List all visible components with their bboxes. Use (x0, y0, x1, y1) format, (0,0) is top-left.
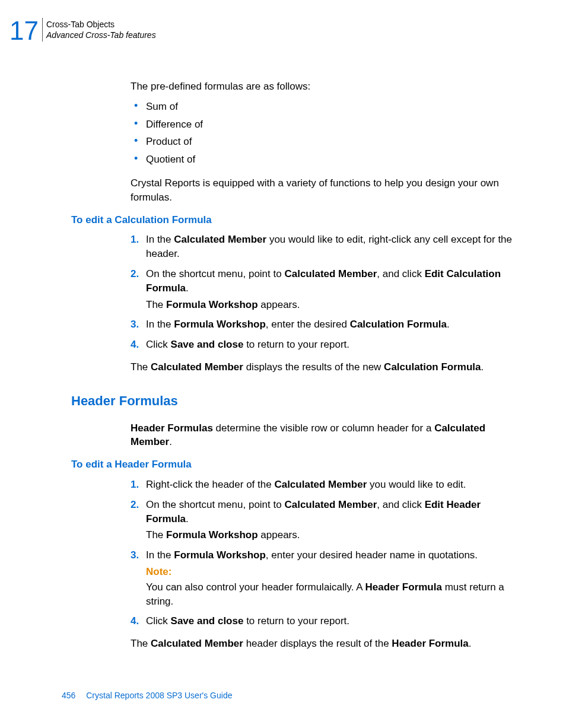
steps-edit-calc-formula: In the Calculated Member you would like … (131, 233, 519, 352)
step-item: In the Formula Workshop, enter your desi… (131, 548, 519, 608)
step-text: On the shortcut menu, point to (146, 499, 284, 510)
step-text: . (186, 282, 189, 294)
bold-term: Formula Workshop (166, 299, 258, 310)
text: displays the results of the new (243, 361, 384, 373)
text: The (131, 361, 151, 373)
text: The (131, 638, 151, 649)
bold-term: Header Formulas (131, 422, 213, 434)
text: header displays the result of the (243, 638, 392, 649)
intro-paragraph: The pre-defined formulas are as follows: (131, 80, 519, 94)
bold-term: Header Formula (365, 581, 442, 593)
bold-term: Calculated Member (151, 638, 243, 649)
subheading-edit-header-formula: To edit a Header Formula (71, 457, 519, 472)
bold-term: Header Formula (392, 638, 468, 649)
step-result: The Formula Workshop appears. (146, 298, 519, 312)
step-item: On the shortcut menu, point to Calculate… (131, 267, 519, 311)
step-text: , enter your desired header name in quot… (266, 549, 478, 561)
note-block: Note: You can also control your header f… (146, 565, 519, 608)
result-paragraph: The Calculated Member displays the resul… (131, 360, 519, 374)
heading-header-formulas: Header Formulas (71, 392, 519, 411)
step-text: The (146, 299, 166, 310)
page-number: 456 (62, 691, 75, 700)
step-text: Right-click the header of the (146, 479, 274, 490)
step-item: Click Save and close to return to your r… (131, 614, 519, 628)
chapter-title: Cross-Tab Objects (46, 19, 156, 30)
step-item: On the shortcut menu, point to Calculate… (131, 498, 519, 542)
step-item: Click Save and close to return to your r… (131, 338, 519, 352)
step-text: In the (146, 319, 174, 330)
step-result: The Formula Workshop appears. (146, 528, 519, 542)
step-text: , and click (377, 499, 424, 510)
formula-bullet-list: Sum of Difference of Product of Quotient… (131, 100, 519, 167)
header-formulas-intro: Header Formulas determine the visible ro… (131, 421, 519, 450)
step-text: , and click (377, 268, 424, 279)
header-divider (42, 18, 43, 42)
step-item: In the Calculated Member you would like … (131, 233, 519, 261)
bullet-item: Quotient of (131, 152, 519, 167)
bold-term: Calculation Formula (350, 319, 447, 330)
step-text: Click (146, 339, 171, 350)
bold-term: Save and close (171, 339, 244, 350)
step-text: The (146, 529, 166, 541)
bold-term: Formula Workshop (174, 549, 266, 561)
bold-term: Calculated Member (284, 499, 377, 510)
step-text: . (447, 319, 450, 330)
header-titles: Cross-Tab Objects Advanced Cross-Tab fea… (46, 18, 156, 40)
bold-term: Calculated Member (284, 268, 377, 279)
bold-term: Calculated Member (151, 361, 243, 373)
page-footer: 456 Crystal Reports 2008 SP3 User's Guid… (62, 690, 232, 702)
step-text: In the (146, 549, 174, 561)
steps-edit-header-formula: Right-click the header of the Calculated… (131, 478, 519, 628)
subheading-edit-calc-formula: To edit a Calculation Formula (71, 213, 519, 227)
result-paragraph: The Calculated Member header displays th… (131, 637, 519, 651)
doc-title: Crystal Reports 2008 SP3 User's Guide (86, 691, 232, 700)
page-header: 17 Cross-Tab Objects Advanced Cross-Tab … (9, 18, 530, 44)
bold-term: Formula Workshop (174, 319, 266, 330)
step-text: In the (146, 234, 174, 245)
text: . (469, 638, 472, 649)
bold-term: Calculated Member (174, 234, 266, 245)
step-text: Click (146, 615, 171, 627)
body-content: The pre-defined formulas are as follows:… (131, 80, 519, 205)
step-item: In the Formula Workshop, enter the desir… (131, 317, 519, 332)
section-title: Advanced Cross-Tab features (46, 30, 156, 40)
note-label: Note: (146, 565, 519, 579)
step-item: Right-click the header of the Calculated… (131, 478, 519, 492)
bold-term: Save and close (171, 615, 244, 627)
bullet-item: Sum of (131, 100, 519, 114)
bold-term: Formula Workshop (166, 529, 258, 541)
bold-term: Calculation Formula (384, 361, 481, 373)
chapter-number: 17 (9, 18, 39, 44)
step-text: to return to your report. (243, 615, 349, 627)
step-text: . (186, 513, 189, 524)
step-text: to return to your report. (243, 339, 349, 350)
step-text: appears. (258, 299, 300, 310)
step-text: On the shortcut menu, point to (146, 268, 284, 279)
step-text: you would like to edit. (367, 479, 466, 490)
text: . (481, 361, 484, 373)
intro-paragraph-2: Crystal Reports is equipped with a varie… (131, 176, 519, 205)
step-text: appears. (258, 529, 300, 541)
step-text: , enter the desired (266, 319, 350, 330)
bullet-item: Product of (131, 135, 519, 149)
text: determine the visible row or column head… (213, 422, 434, 434)
bullet-item: Difference of (131, 117, 519, 132)
bold-term: Calculated Member (274, 479, 367, 490)
text: . (169, 436, 172, 447)
note-text: You can also control your header formula… (146, 581, 365, 593)
